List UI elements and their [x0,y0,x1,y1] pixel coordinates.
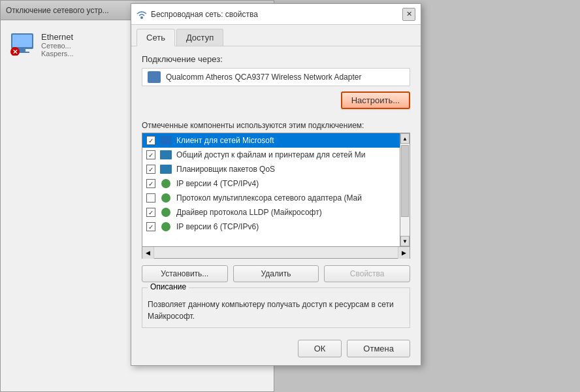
scroll-up-arrow[interactable]: ▲ [400,133,410,144]
checkbox-2[interactable] [146,165,155,174]
scroll-left-arrow[interactable]: ◀ [142,247,154,259]
network-sub1: Сетево... [41,42,74,50]
adapter-name: Qualcomm Atheros QCA9377 Wireless Networ… [166,73,361,82]
component-icon-0 [159,135,172,146]
adapter-box: Qualcomm Atheros QCA9377 Wireless Networ… [142,68,410,86]
network-icon: ✕ [10,33,36,56]
network-info: Ethernet Сетево... Kaspers... [41,32,74,57]
checkbox-4[interactable] [146,193,155,203]
dialog-footer: ОК Отмена [131,336,421,365]
checkbox-6[interactable] [146,222,155,231]
component-label-6: IP версии 6 (TCP/IPv6) [176,222,259,231]
adapter-icon [148,71,161,83]
component-label-3: IP версии 4 (TCP/IPv4) [176,179,259,188]
component-label-1: Общий доступ к файлам и принтерам для се… [176,150,365,159]
checkbox-0[interactable] [146,136,155,145]
component-label-5: Драйвер протокола LLDP (Майкрософт) [176,208,322,217]
tab-access[interactable]: Доступ [176,29,223,46]
component-icon-6 [159,221,172,232]
component-item-3[interactable]: IP версии 4 (TCP/IPv4) [142,176,410,191]
dialog-title-left: Беспроводная сеть: свойства [137,9,258,20]
action-buttons: Установить... Удалить Свойства [142,265,410,282]
component-icon-5 [159,207,172,218]
network-name: Ethernet [41,32,74,42]
component-icon-3 [159,178,172,189]
cancel-button[interactable]: Отмена [347,340,410,357]
network-sub2: Kaspers... [41,50,74,57]
dialog-content: Подключение через: Qualcomm Atheros QCA9… [131,46,421,336]
computer-monitor-icon: ✕ [10,33,35,56]
components-label: Отмеченные компоненты используются этим … [142,121,410,130]
svg-rect-1 [12,35,32,47]
component-item-6[interactable]: IP версии 6 (TCP/IPv6) [142,220,410,234]
install-button[interactable]: Установить... [142,265,228,282]
component-icon-2 [159,164,172,174]
configure-button[interactable]: Настроить... [341,91,410,109]
component-item-4[interactable]: Протокол мультиплексора сетевого адаптер… [142,191,410,205]
scroll-thumb[interactable] [401,145,409,217]
description-text: Позволяет данному компьютеру получать до… [148,296,404,322]
connection-label: Подключение через: [142,54,410,64]
tabs-container: Сеть Доступ [131,25,421,46]
components-container: Клиент для сетей Microsoft Общий доступ … [142,133,410,247]
properties-button[interactable]: Свойства [324,265,410,282]
checkbox-1[interactable] [146,150,155,159]
component-item-0[interactable]: Клиент для сетей Microsoft [142,133,410,148]
description-group-label: Описание [148,282,189,291]
component-item-1[interactable]: Общий доступ к файлам и принтерам для се… [142,148,410,162]
bg-title: Отключение сетевого устр... [6,6,109,15]
component-label-2: Планировщик пакетов QoS [176,165,275,174]
dialog-titlebar: Беспроводная сеть: свойства ✕ [131,4,421,25]
component-label-4: Протокол мультиплексора сетевого адаптер… [176,193,362,203]
component-label-0: Клиент для сетей Microsoft [176,136,274,145]
component-item-2[interactable]: Планировщик пакетов QoS [142,162,410,176]
svg-text:✕: ✕ [12,48,18,56]
checkbox-5[interactable] [146,208,155,217]
svg-rect-2 [19,49,25,52]
remove-button[interactable]: Удалить [233,265,319,282]
ok-button[interactable]: ОК [298,340,342,357]
component-item-5[interactable]: Драйвер протокола LLDP (Майкрософт) [142,205,410,220]
horizontal-scrollbar[interactable]: ◀ ▶ [142,247,410,259]
scroll-right-arrow[interactable]: ▶ [398,247,410,259]
svg-point-6 [140,16,143,19]
vertical-scrollbar[interactable]: ▲ ▼ [400,133,410,247]
components-list[interactable]: Клиент для сетей Microsoft Общий доступ … [142,133,410,247]
wifi-icon [137,9,147,20]
tab-network[interactable]: Сеть [137,29,175,46]
scroll-down-arrow[interactable]: ▼ [400,236,410,246]
checkbox-3[interactable] [146,179,155,188]
close-button[interactable]: ✕ [402,8,415,21]
h-scroll-track [154,247,398,258]
component-icon-4 [159,193,172,203]
description-group: Описание Позволяет данному компьютеру по… [142,287,410,328]
properties-dialog: Беспроводная сеть: свойства ✕ Сеть Досту… [131,3,421,366]
dialog-title: Беспроводная сеть: свойства [151,10,258,19]
component-icon-1 [159,150,172,160]
